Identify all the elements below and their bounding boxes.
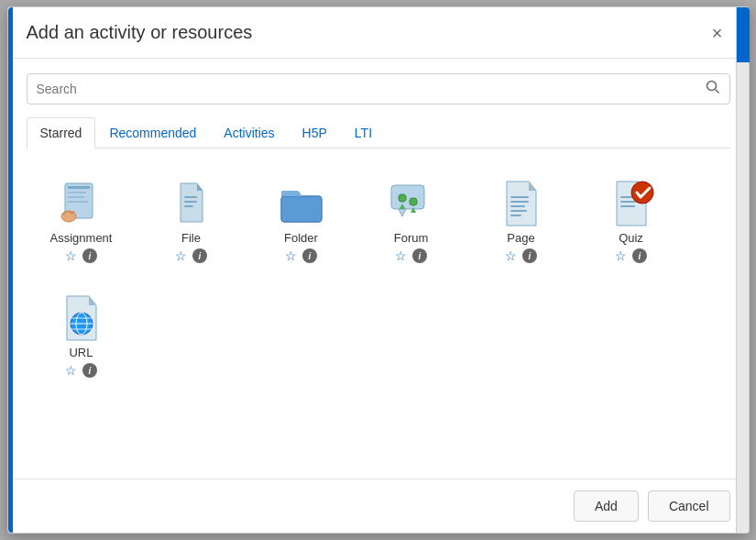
svg-rect-26 bbox=[510, 210, 527, 212]
forum-star[interactable]: ☆ bbox=[395, 248, 407, 263]
svg-rect-17 bbox=[399, 194, 406, 202]
file-star[interactable]: ☆ bbox=[175, 248, 187, 263]
search-icon bbox=[706, 80, 720, 98]
url-label: URL bbox=[69, 346, 93, 359]
item-url[interactable]: URL ☆ i bbox=[27, 281, 137, 387]
svg-rect-25 bbox=[510, 205, 525, 207]
item-quiz[interactable]: Quiz ☆ i bbox=[576, 167, 686, 272]
tab-h5p[interactable]: H5P bbox=[289, 117, 341, 148]
item-page[interactable]: Page ☆ i bbox=[466, 167, 576, 272]
svg-rect-14 bbox=[281, 196, 322, 222]
modal-body: Starred Recommended Activities H5P LTI bbox=[8, 59, 749, 479]
scrollbar-thumb[interactable] bbox=[737, 7, 750, 62]
svg-point-33 bbox=[631, 182, 653, 204]
svg-rect-5 bbox=[68, 196, 84, 198]
search-input-wrap bbox=[27, 73, 730, 105]
svg-rect-24 bbox=[510, 201, 529, 203]
quiz-info[interactable]: i bbox=[632, 248, 647, 263]
item-folder[interactable]: Folder ☆ i bbox=[247, 167, 356, 272]
modal-dialog: Add an activity or resources × Starred bbox=[7, 6, 750, 534]
svg-rect-3 bbox=[68, 186, 90, 189]
svg-rect-11 bbox=[184, 201, 197, 203]
assignment-info[interactable]: i bbox=[82, 248, 97, 263]
svg-rect-10 bbox=[184, 196, 197, 198]
url-actions: ☆ i bbox=[65, 363, 97, 378]
forum-actions: ☆ i bbox=[395, 248, 427, 263]
svg-line-1 bbox=[715, 90, 718, 94]
add-button[interactable]: Add bbox=[574, 490, 639, 522]
folder-icon bbox=[274, 176, 329, 231]
svg-rect-23 bbox=[510, 196, 529, 198]
assignment-label: Assignment bbox=[50, 231, 113, 245]
file-label: File bbox=[181, 231, 201, 245]
url-icon bbox=[54, 291, 109, 346]
url-info[interactable]: i bbox=[82, 363, 97, 378]
assignment-actions: ☆ i bbox=[65, 248, 97, 263]
page-actions: ☆ i bbox=[505, 248, 537, 263]
assignment-icon bbox=[54, 176, 109, 231]
svg-rect-15 bbox=[391, 185, 424, 209]
svg-rect-32 bbox=[620, 205, 635, 207]
file-info[interactable]: i bbox=[192, 248, 207, 263]
modal-overlay: Add an activity or resources × Starred bbox=[0, 0, 756, 540]
assignment-star[interactable]: ☆ bbox=[65, 248, 77, 263]
items-grid: Assignment ☆ i File bbox=[27, 167, 730, 387]
page-label: Page bbox=[507, 231, 534, 245]
forum-info[interactable]: i bbox=[412, 248, 427, 263]
folder-label: Folder bbox=[284, 231, 318, 245]
search-container bbox=[27, 73, 730, 105]
quiz-actions: ☆ i bbox=[615, 248, 647, 263]
item-forum[interactable]: Forum ☆ i bbox=[356, 167, 466, 272]
modal-footer: Add Cancel bbox=[8, 479, 749, 533]
tab-activities[interactable]: Activities bbox=[210, 117, 288, 148]
quiz-icon bbox=[604, 176, 659, 231]
item-assignment[interactable]: Assignment ☆ i bbox=[27, 167, 137, 272]
tab-lti[interactable]: LTI bbox=[341, 117, 386, 148]
svg-rect-19 bbox=[410, 198, 417, 205]
svg-rect-6 bbox=[68, 201, 88, 203]
item-file[interactable]: File ☆ i bbox=[137, 167, 247, 272]
forum-icon bbox=[384, 176, 439, 231]
tabs-bar: Starred Recommended Activities H5P LTI bbox=[27, 117, 730, 149]
quiz-label: Quiz bbox=[619, 231, 643, 245]
tab-starred[interactable]: Starred bbox=[27, 117, 96, 149]
forum-label: Forum bbox=[394, 231, 429, 245]
svg-rect-27 bbox=[510, 215, 521, 216]
svg-marker-16 bbox=[399, 209, 406, 216]
file-actions: ☆ i bbox=[175, 248, 207, 263]
modal-title: Add an activity or resources bbox=[27, 22, 253, 43]
file-icon bbox=[164, 176, 219, 231]
folder-actions: ☆ i bbox=[285, 248, 317, 263]
svg-rect-12 bbox=[184, 205, 193, 207]
quiz-star[interactable]: ☆ bbox=[615, 248, 627, 263]
folder-info[interactable]: i bbox=[302, 248, 317, 263]
scrollbar[interactable] bbox=[736, 7, 749, 533]
close-button[interactable]: × bbox=[708, 24, 727, 42]
page-star[interactable]: ☆ bbox=[505, 248, 517, 263]
search-input[interactable] bbox=[37, 82, 706, 96]
cancel-button[interactable]: Cancel bbox=[648, 490, 730, 522]
tab-recommended[interactable]: Recommended bbox=[95, 117, 210, 148]
url-star[interactable]: ☆ bbox=[65, 363, 77, 378]
svg-point-0 bbox=[707, 82, 716, 91]
page-info[interactable]: i bbox=[522, 248, 537, 263]
folder-star[interactable]: ☆ bbox=[285, 248, 297, 263]
svg-rect-4 bbox=[68, 192, 86, 193]
modal-header: Add an activity or resources × bbox=[8, 7, 749, 59]
svg-rect-31 bbox=[620, 201, 637, 203]
page-icon bbox=[494, 176, 549, 231]
